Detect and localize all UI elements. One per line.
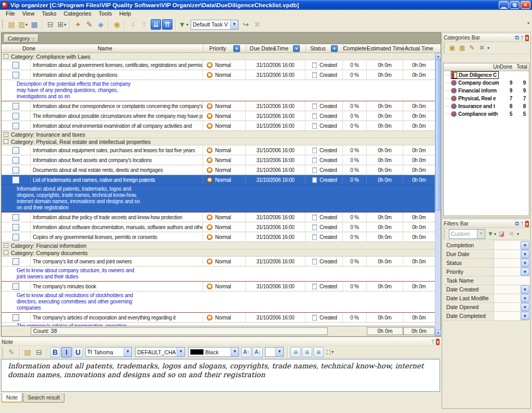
italic-button[interactable]: I <box>61 347 72 357</box>
close-panel-icon[interactable]: x <box>525 35 529 41</box>
collapse-all-button[interactable]: ⇈ <box>162 19 172 30</box>
done-checkbox[interactable] <box>12 123 19 129</box>
expand-icon[interactable]: + <box>4 243 8 248</box>
task-row[interactable]: List of trademarks and names, native and… <box>2 175 435 185</box>
edit-note-button[interactable]: ✎ <box>6 347 17 358</box>
category-row[interactable]: +Category: Insurance and taxes <box>2 131 435 138</box>
align-center-button[interactable]: ≡ <box>302 347 312 357</box>
open-database-button[interactable]: ▥▾ <box>17 19 29 30</box>
print-button[interactable]: ⊟ <box>45 19 56 30</box>
column-header-estimated-time[interactable]: Estimated Time <box>367 45 403 51</box>
pin-panel-icon[interactable]: ⊤ <box>520 35 524 41</box>
filter-dropdown-button[interactable]: ▼ <box>521 312 529 320</box>
font-size-combo[interactable]: ▼ <box>265 347 284 357</box>
edit-task-button[interactable]: ✎ <box>84 19 95 30</box>
collapse-icon[interactable]: - <box>4 54 8 59</box>
delete-category-button[interactable]: ✖ <box>477 43 487 53</box>
toolbar-grip[interactable] <box>2 348 4 357</box>
category-row[interactable]: +Category: Financial information <box>2 242 435 249</box>
font-size-combo-dropdown[interactable]: ▼ <box>275 348 283 356</box>
task-row[interactable]: Information about the correspondence or … <box>2 101 435 111</box>
column-filter-dropdown-icon[interactable]: ▼ <box>293 45 300 52</box>
filter-dropdown-button[interactable]: ▼ <box>521 303 529 311</box>
done-checkbox[interactable] <box>12 224 19 231</box>
toolbar-grip[interactable] <box>2 20 4 29</box>
column-header-status[interactable]: Status <box>305 45 330 51</box>
apply-filter-button[interactable]: ▼▾ <box>487 229 497 239</box>
task-row[interactable]: The company's minutes bookNormal31/10/20… <box>2 282 435 291</box>
align-right-button[interactable]: ≡ <box>313 347 324 357</box>
close-button[interactable]: × <box>521 1 530 9</box>
task-note-row[interactable]: Get to know about all resolutions of sto… <box>2 291 435 313</box>
scroll-up-button[interactable]: ▲ <box>435 53 441 59</box>
task-row[interactable]: The information about possible circumsta… <box>2 111 435 121</box>
menu-tasks[interactable]: Tasks <box>38 10 60 18</box>
pin-panel-icon[interactable]: ⊤ <box>520 221 524 227</box>
tab-note[interactable]: Note <box>2 393 22 403</box>
tree-category-item[interactable]: Physical, Real e77 <box>444 95 529 102</box>
maximize-panel-icon[interactable]: ⧉ <box>515 220 519 227</box>
categories-toolbar-overflow-icon[interactable]: ▾ <box>487 46 489 50</box>
close-note-panel-icon[interactable]: x <box>436 339 440 345</box>
insert-object-button[interactable]: ▤ <box>22 347 33 358</box>
bold-button[interactable]: B <box>50 347 60 357</box>
toolbar-overflow-button[interactable]: ▾ <box>527 21 529 25</box>
done-checkbox[interactable] <box>12 62 19 69</box>
column-header-name[interactable]: Name <box>98 45 112 51</box>
done-checkbox[interactable] <box>12 72 19 78</box>
filter-dropdown-button[interactable]: ▼ <box>521 259 529 267</box>
category-row[interactable]: -Category: Physical, Real estate and int… <box>2 138 435 145</box>
filters-toolbar-overflow-icon[interactable]: ▾ <box>517 232 519 236</box>
scroll-thumb[interactable] <box>435 60 441 210</box>
filter-dropdown-button[interactable]: ▼ <box>521 285 529 294</box>
note-text-editor[interactable]: Information about all patents, trademark… <box>1 359 440 392</box>
font-family-combo-dropdown[interactable]: ▼ <box>124 348 131 356</box>
view-notes-button[interactable]: ◉ <box>111 19 123 30</box>
underline-button[interactable]: U <box>73 347 83 357</box>
undone-column-header[interactable]: UnDone <box>493 64 512 70</box>
task-view-combo[interactable]: Default Task V▼ <box>191 20 238 30</box>
task-row[interactable]: Copies of any governmental licenses, per… <box>2 232 435 242</box>
toolbar-grip[interactable] <box>444 229 445 238</box>
filter-dropdown-button[interactable]: ▼ <box>521 294 529 302</box>
font-color-combo-dropdown[interactable]: ▼ <box>231 348 238 356</box>
minimize-button[interactable]: ▁ <box>499 1 509 9</box>
task-row[interactable]: The company's articles of incorporation … <box>2 313 435 323</box>
filter-value-field[interactable] <box>494 276 529 285</box>
toolbar-grip[interactable] <box>444 43 445 52</box>
menu-help[interactable]: Help <box>115 10 135 18</box>
tree-category-item[interactable]: Company docum99 <box>444 79 529 87</box>
task-row[interactable]: Information about the policy of trade se… <box>2 212 435 222</box>
restore-button[interactable]: ⧉ <box>510 1 520 9</box>
done-checkbox[interactable] <box>12 283 19 290</box>
group-by-category-button[interactable]: Category▽ <box>4 34 38 43</box>
print-note-button[interactable]: ⊟ <box>33 347 45 358</box>
column-header-done[interactable]: Done <box>22 45 35 51</box>
filter-value-field[interactable] <box>494 259 521 267</box>
clear-filter-button[interactable]: ◪ <box>497 229 507 239</box>
filter-dropdown-button[interactable]: ▼ <box>521 268 529 276</box>
done-checkbox[interactable] <box>12 258 19 265</box>
tree-category-item[interactable]: Financial inform99 <box>444 87 529 95</box>
task-row[interactable]: The company's list of owners and joint o… <box>2 257 435 267</box>
filter-value-field[interactable] <box>494 312 521 320</box>
edit-category-button[interactable]: ✎ <box>467 43 477 53</box>
menu-tools[interactable]: Tools <box>95 10 116 18</box>
total-column-header[interactable]: Total <box>516 64 527 70</box>
filter-value-field[interactable] <box>494 294 521 302</box>
done-checkbox[interactable] <box>12 157 19 164</box>
task-row[interactable]: Documents about all real estate rents, d… <box>2 165 435 175</box>
maximize-panel-icon[interactable]: ⧉ <box>515 34 519 41</box>
filter-value-field[interactable] <box>494 285 521 294</box>
column-header-due-date-time[interactable]: Due Date&Time <box>246 45 292 51</box>
filter-value-field[interactable] <box>494 241 521 249</box>
task-note-row[interactable]: Information about all patents, trademark… <box>2 185 435 212</box>
duplicate-task-button[interactable]: ◈ <box>95 19 107 30</box>
column-header-actual-time[interactable]: Actual Time <box>403 45 435 51</box>
shrink-font-button[interactable]: A↓ <box>252 347 263 357</box>
task-row[interactable]: Information about fixed assets and compa… <box>2 155 435 165</box>
done-checkbox[interactable] <box>12 103 19 110</box>
done-checkbox[interactable] <box>12 147 19 154</box>
pin-note-panel-icon[interactable]: ⊤ <box>431 339 435 344</box>
task-row[interactable]: Information about equipment sales, purch… <box>2 145 435 155</box>
